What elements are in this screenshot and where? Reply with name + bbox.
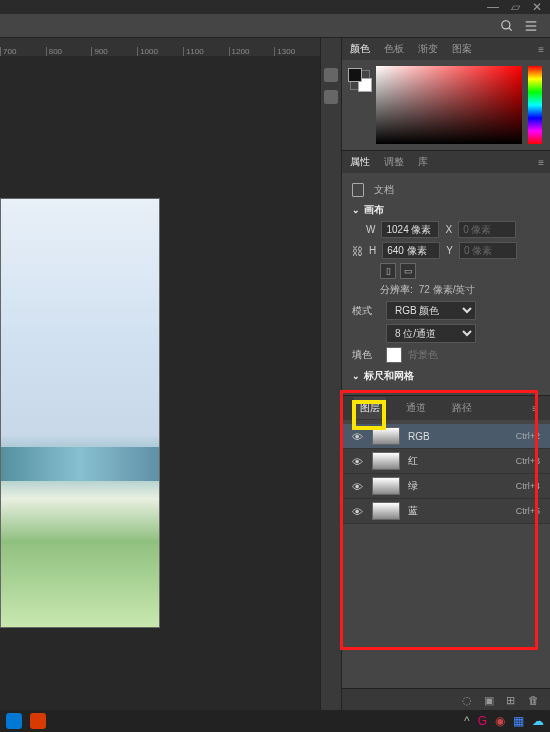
tab-swatches[interactable]: 色板: [384, 42, 404, 56]
channel-thumb: [372, 452, 400, 470]
tab-libraries[interactable]: 库: [418, 155, 428, 169]
dock-icon[interactable]: [324, 90, 338, 104]
document-canvas[interactable]: [0, 198, 160, 628]
system-tray: ^ G ◉ ▦ ☁: [464, 714, 544, 728]
link-icon[interactable]: ⛓: [352, 245, 363, 257]
tab-layers[interactable]: 图层: [354, 397, 386, 419]
tab-paths[interactable]: 路径: [446, 397, 478, 419]
collapsed-panel-dock: [320, 38, 342, 710]
width-label: W: [366, 224, 375, 235]
mode-label: 模式: [352, 304, 380, 318]
dock-icon[interactable]: [324, 68, 338, 82]
section-canvas[interactable]: 画布: [352, 203, 540, 217]
options-bar: [0, 14, 550, 38]
channel-name: RGB: [408, 431, 508, 442]
channel-shortcut: Ctrl+5: [516, 506, 540, 516]
channel-shortcut: Ctrl+2: [516, 431, 540, 441]
resolution-value: 72 像素/英寸: [419, 283, 476, 297]
tray-icon[interactable]: G: [478, 714, 487, 728]
panel-menu-icon[interactable]: ≡: [526, 399, 544, 418]
visibility-icon[interactable]: 👁: [352, 456, 364, 466]
panel-menu-icon[interactable]: ≡: [538, 157, 544, 168]
search-icon[interactable]: [500, 19, 514, 33]
channel-row[interactable]: 👁 蓝 Ctrl+5: [342, 499, 550, 524]
mode-select[interactable]: RGB 颜色: [386, 301, 476, 320]
channel-thumb: [372, 477, 400, 495]
channel-row[interactable]: 👁 红 Ctrl+3: [342, 449, 550, 474]
panel-menu-icon[interactable]: ≡: [538, 44, 544, 55]
svg-rect-3: [526, 25, 537, 26]
hue-slider[interactable]: [528, 66, 542, 144]
properties-panel: 属性 调整 库 ≡ 文档 画布 W X ⛓ H Y: [342, 150, 550, 393]
fg-bg-swatch[interactable]: [350, 70, 370, 90]
svg-line-1: [509, 27, 512, 30]
tab-gradients[interactable]: 渐变: [418, 42, 438, 56]
channel-name: 蓝: [408, 504, 508, 518]
fill-swatch[interactable]: [386, 347, 402, 363]
tab-color[interactable]: 颜色: [350, 42, 370, 56]
portrait-button[interactable]: ▯: [380, 263, 396, 279]
tray-icon[interactable]: ◉: [495, 714, 505, 728]
channel-row[interactable]: 👁 RGB Ctrl+2: [342, 424, 550, 449]
height-input[interactable]: [382, 242, 440, 259]
minimize-button[interactable]: —: [487, 0, 499, 14]
tab-properties[interactable]: 属性: [350, 155, 370, 169]
load-selection-icon[interactable]: ◌: [462, 694, 474, 706]
fill-label: 填色: [352, 348, 380, 362]
ruler-horizontal: 7008009001000110012001300: [0, 38, 320, 56]
save-selection-icon[interactable]: ▣: [484, 694, 496, 706]
tab-channels[interactable]: 通道: [400, 397, 432, 419]
taskbar-app[interactable]: [6, 713, 22, 729]
svg-point-0: [502, 20, 510, 28]
x-input: [458, 221, 516, 238]
new-channel-icon[interactable]: ⊞: [506, 694, 518, 706]
channel-name: 红: [408, 454, 508, 468]
channels-panel: 图层 通道 路径 ≡ 👁 RGB Ctrl+2 👁 红 Ctrl+3: [342, 395, 550, 528]
taskbar: ^ G ◉ ▦ ☁: [0, 710, 550, 732]
doc-label: 文档: [374, 183, 394, 197]
visibility-icon[interactable]: 👁: [352, 506, 364, 516]
svg-rect-2: [526, 21, 537, 22]
canvas-area[interactable]: 7008009001000110012001300: [0, 38, 320, 710]
restore-button[interactable]: ▱: [511, 0, 520, 14]
close-button[interactable]: ✕: [532, 0, 542, 14]
right-panels: 颜色 色板 渐变 图案 ≡ 属性 调整 库 ≡ 文档 画布: [342, 38, 550, 710]
tray-chevron-icon[interactable]: ^: [464, 714, 470, 728]
tray-icon[interactable]: ▦: [513, 714, 524, 728]
panel-footer: ◌ ▣ ⊞ 🗑: [342, 688, 550, 710]
section-rulers-grid[interactable]: 标尺和网格: [352, 369, 540, 383]
color-panel-tabs: 颜色 色板 渐变 图案 ≡: [342, 38, 550, 60]
x-label: X: [445, 224, 452, 235]
color-field[interactable]: [376, 66, 522, 144]
tab-adjustments[interactable]: 调整: [384, 155, 404, 169]
delete-icon[interactable]: 🗑: [528, 694, 540, 706]
y-input: [459, 242, 517, 259]
color-panel: [342, 60, 550, 150]
channel-shortcut: Ctrl+4: [516, 481, 540, 491]
visibility-icon[interactable]: 👁: [352, 431, 364, 441]
visibility-icon[interactable]: 👁: [352, 481, 364, 491]
channel-row[interactable]: 👁 绿 Ctrl+4: [342, 474, 550, 499]
width-input[interactable]: [381, 221, 439, 238]
window-titlebar: — ▱ ✕: [0, 0, 550, 14]
tray-icon[interactable]: ☁: [532, 714, 544, 728]
channel-list: 👁 RGB Ctrl+2 👁 红 Ctrl+3 👁 绿 Ctrl+4: [342, 420, 550, 528]
channel-thumb: [372, 502, 400, 520]
landscape-button[interactable]: ▭: [400, 263, 416, 279]
svg-rect-4: [526, 29, 537, 30]
taskbar-app[interactable]: [30, 713, 46, 729]
channel-shortcut: Ctrl+3: [516, 456, 540, 466]
resolution-label: 分辨率:: [380, 283, 413, 297]
panel-menu-icon[interactable]: [524, 19, 538, 33]
depth-select[interactable]: 8 位/通道: [386, 324, 476, 343]
channel-name: 绿: [408, 479, 508, 493]
height-label: H: [369, 245, 376, 256]
y-label: Y: [446, 245, 453, 256]
document-icon: [352, 183, 364, 197]
channel-thumb: [372, 427, 400, 445]
fill-value: 背景色: [408, 348, 438, 362]
tab-patterns[interactable]: 图案: [452, 42, 472, 56]
